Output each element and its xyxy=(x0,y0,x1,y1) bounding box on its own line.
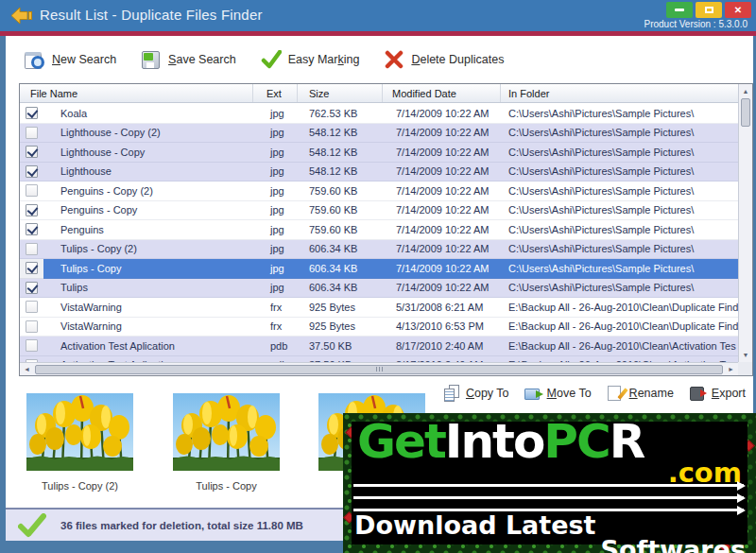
minimize-button[interactable] xyxy=(666,2,693,18)
table-row[interactable]: Tulips - Copy jpg 606.34 KB 7/14/2009 10… xyxy=(20,259,738,279)
watermark-domain: .com xyxy=(668,459,742,487)
cell-file-name: VistaWarning xyxy=(43,298,253,318)
cell-size: 759.60 KB xyxy=(298,181,383,201)
maximize-button[interactable] xyxy=(696,2,722,18)
table-row[interactable]: Tulips jpg 606.34 KB 7/14/2009 10:22 AM … xyxy=(20,279,738,299)
minimize-icon xyxy=(675,9,684,11)
cell-modified-date: 7/14/2009 10:22 AM xyxy=(383,220,501,240)
row-checkbox[interactable] xyxy=(26,243,38,255)
table-row[interactable]: Lighthouse - Copy (2) jpg 548.12 KB 7/14… xyxy=(20,124,738,144)
row-checkbox[interactable] xyxy=(26,204,38,216)
new-search-label: New Search xyxy=(52,53,116,66)
row-checkbox[interactable] xyxy=(26,262,38,274)
close-button[interactable]: ✕ xyxy=(725,2,751,18)
cell-modified-date: 7/14/2009 10:22 AM xyxy=(383,201,501,221)
thumbnail[interactable]: Tulips - Copy xyxy=(173,393,280,492)
status-text: 36 files marked for deletion, total size… xyxy=(60,520,303,531)
save-search-button[interactable]: Save Search xyxy=(141,50,236,69)
scroll-up-icon[interactable]: ▲ xyxy=(739,84,752,98)
results-table: File Name Ext Size Modified Date In Fold… xyxy=(19,83,753,376)
cell-modified-date: 7/14/2009 10:22 AM xyxy=(383,240,501,260)
main-toolbar: New Search Save Search Easy Marking Dele… xyxy=(6,36,753,83)
table-row[interactable]: Penguins - Copy jpg 759.60 KB 7/14/2009 … xyxy=(20,201,738,221)
tulips-image xyxy=(173,393,280,471)
cell-ext: pdb xyxy=(253,337,298,356)
column-header-modified-date[interactable]: Modified Date xyxy=(383,84,501,102)
easy-marking-button[interactable]: Easy Marking xyxy=(261,50,360,69)
cell-file-name: Penguins xyxy=(43,220,253,240)
cell-modified-date: 7/14/2009 10:22 AM xyxy=(383,279,501,299)
row-checkbox[interactable] xyxy=(26,223,38,235)
vertical-scrollbar[interactable]: ▲ ▼ xyxy=(738,84,752,362)
table-row[interactable]: VistaWarning frx 925 Bytes 5/31/2008 6:2… xyxy=(20,298,738,318)
row-checkbox[interactable] xyxy=(26,282,38,294)
table-row[interactable]: Activation Test Aplication pdb 37.50 KB … xyxy=(20,337,738,356)
cell-modified-date: 7/14/2009 10:22 AM xyxy=(383,163,501,182)
cell-file-name: VistaWarning xyxy=(43,318,253,337)
cell-size: 762.53 KB xyxy=(298,104,383,124)
horizontal-scroll-thumb[interactable] xyxy=(35,365,723,374)
cell-size: 548.12 KB xyxy=(298,124,383,144)
cell-size: 548.12 KB xyxy=(298,163,383,182)
watermark-tagline-2: Softwares xyxy=(600,537,746,553)
product-version-label: Product Version : 5.3.0.0 xyxy=(644,19,747,29)
window-title: Result List - Duplicate Files Finder xyxy=(40,7,263,23)
column-header-file-name[interactable]: File Name xyxy=(20,84,253,102)
delete-duplicates-button[interactable]: Delete Duplicates xyxy=(384,50,504,69)
save-search-label: Save Search xyxy=(168,53,236,66)
cell-in-folder: E:\Backup All - 26-Aug-2010\Clean\Duplic… xyxy=(501,318,738,337)
cell-in-folder: C:\Users\Ashi\Pictures\Sample Pictures\ xyxy=(501,104,738,124)
table-row[interactable]: VistaWarning frx 925 Bytes 4/13/2010 6:5… xyxy=(20,318,738,337)
row-checkbox[interactable] xyxy=(26,165,38,178)
row-checkbox[interactable] xyxy=(26,184,38,197)
row-checkbox[interactable] xyxy=(26,146,38,158)
window-controls: ✕ xyxy=(666,2,751,18)
column-header-ext[interactable]: Ext xyxy=(253,84,298,102)
cell-in-folder: C:\Users\Ashi\Pictures\Sample Pictures\ xyxy=(501,163,738,182)
checkmark-icon xyxy=(261,50,282,69)
row-checkbox[interactable] xyxy=(26,320,38,333)
thumbnail-label: Tulips - Copy xyxy=(173,480,280,492)
cell-file-name: Lighthouse - Copy xyxy=(43,143,253,163)
table-row[interactable]: Tulips - Copy (2) jpg 606.34 KB 7/14/200… xyxy=(20,240,738,260)
table-row[interactable]: Koala jpg 762.53 KB 7/14/2009 10:22 AM C… xyxy=(20,104,738,124)
column-header-in-folder[interactable]: In Folder xyxy=(501,84,738,102)
cell-modified-date: 7/14/2009 10:22 AM xyxy=(383,143,501,163)
row-checkbox[interactable] xyxy=(26,127,38,139)
maximize-icon xyxy=(705,7,713,13)
easy-marking-label: Easy Marking xyxy=(288,53,360,66)
cell-ext: jpg xyxy=(253,143,298,163)
scroll-right-icon[interactable]: ► xyxy=(724,366,738,372)
cell-modified-date: 5/31/2008 6:21 AM xyxy=(383,298,501,318)
cell-in-folder: C:\Users\Ashi\Pictures\Sample Pictures\ xyxy=(501,143,738,163)
cell-modified-date: 4/13/2010 6:53 PM xyxy=(383,318,501,337)
horizontal-scrollbar[interactable]: ◄ ► xyxy=(20,362,738,375)
scroll-down-icon[interactable]: ▼ xyxy=(739,348,752,362)
cell-size: 925 Bytes xyxy=(298,298,383,318)
cell-ext: jpg xyxy=(253,124,298,144)
table-row[interactable]: Penguins jpg 759.60 KB 7/14/2009 10:22 A… xyxy=(20,220,738,240)
cell-ext: jpg xyxy=(253,163,298,182)
thumbnail[interactable]: Tulips - Copy (2) xyxy=(26,393,133,492)
cell-file-name: Penguins - Copy (2) xyxy=(43,181,253,201)
vertical-scroll-thumb[interactable] xyxy=(741,98,750,127)
cell-modified-date: 8/17/2010 2:40 AM xyxy=(383,337,501,356)
table-row[interactable]: Lighthouse - Copy jpg 548.12 KB 7/14/200… xyxy=(20,143,738,163)
new-search-button[interactable]: New Search xyxy=(25,50,116,69)
cell-ext: jpg xyxy=(253,201,298,221)
row-checkbox[interactable] xyxy=(26,301,38,313)
row-checkbox[interactable] xyxy=(26,339,38,352)
column-header-size[interactable]: Size xyxy=(298,84,383,102)
vertical-scroll-track xyxy=(739,127,752,348)
cell-file-name: Koala xyxy=(43,104,253,124)
cell-ext: frx xyxy=(253,298,298,318)
cell-ext: frx xyxy=(253,318,298,337)
app-window: Result List - Duplicate Files Finder ✕ P… xyxy=(0,0,756,553)
row-checkbox[interactable] xyxy=(26,107,38,119)
cell-in-folder: C:\Users\Ashi\Pictures\Sample Pictures\ xyxy=(501,181,738,201)
cell-modified-date: 7/14/2009 10:22 AM xyxy=(383,104,501,124)
table-row[interactable]: Lighthouse jpg 548.12 KB 7/14/2009 10:22… xyxy=(20,163,738,182)
cell-size: 606.34 KB xyxy=(298,279,383,299)
scroll-left-icon[interactable]: ◄ xyxy=(20,366,34,372)
table-row[interactable]: Penguins - Copy (2) jpg 759.60 KB 7/14/2… xyxy=(20,181,738,201)
